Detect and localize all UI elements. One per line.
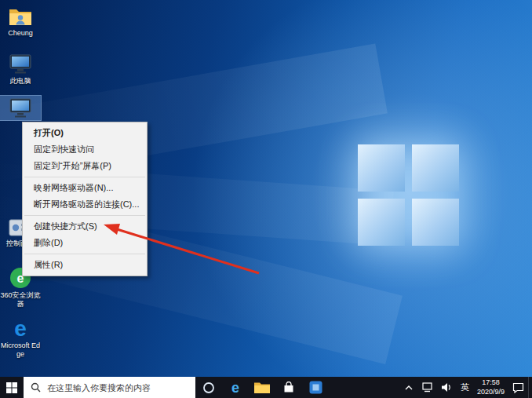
system-tray: 英 17:58 2020/9/9	[400, 377, 532, 398]
desktop-icon-label: 此电脑	[0, 77, 41, 86]
search-icon	[31, 382, 41, 393]
menu-item-delete[interactable]: 删除(D)	[23, 235, 147, 251]
svg-text:e: e	[14, 317, 27, 339]
windows-logo-pane	[358, 144, 405, 192]
volume-icon	[441, 382, 453, 393]
desktop-icon-this-pc[interactable]: 此电脑	[0, 52, 41, 86]
tray-chevron-button[interactable]	[400, 377, 417, 398]
windows-start-icon	[6, 382, 17, 393]
ime-indicator[interactable]: 英	[457, 377, 473, 398]
store-icon	[282, 382, 295, 394]
taskbar-blue-app-button[interactable]	[302, 377, 329, 398]
edge-desktop-icon: e	[0, 316, 41, 341]
menu-item-open[interactable]: 打开(O)	[23, 125, 147, 141]
menu-item-create-shortcut[interactable]: 创建快捷方式(S)	[23, 218, 147, 235]
svg-text:e: e	[231, 380, 239, 396]
menu-separator	[24, 254, 145, 254]
menu-separator	[24, 215, 145, 216]
show-desktop-button[interactable]	[528, 377, 532, 398]
blue-app-icon	[309, 381, 322, 394]
desktop-icon-selected-computer[interactable]	[0, 96, 41, 121]
search-input[interactable]	[46, 382, 190, 393]
context-menu: 打开(O) 固定到快速访问 固定到“开始”屏幕(P) 映射网络驱动器(N)...…	[22, 122, 148, 276]
taskbar-store-button[interactable]	[275, 377, 302, 398]
desktop-icon-label: Microsoft Edge	[0, 341, 41, 358]
menu-item-map-network-drive[interactable]: 映射网络驱动器(N)...	[23, 180, 147, 196]
windows-logo-pane	[412, 144, 459, 192]
tray-volume-button[interactable]	[437, 377, 457, 398]
user-folder-icon	[0, 5, 41, 28]
file-explorer-icon	[254, 382, 270, 394]
desktop-icon-microsoft-edge[interactable]: e Microsoft Edge	[0, 316, 41, 358]
clock-time: 17:58	[482, 378, 500, 387]
desktop-icon-label: 360安全浏览器	[0, 291, 41, 308]
edge-icon: e	[228, 380, 243, 396]
windows-logo-wallpaper	[358, 144, 459, 246]
desktop-icon-user-folder[interactable]: Cheung	[0, 5, 41, 38]
tray-network-button[interactable]	[417, 377, 437, 398]
menu-separator	[24, 177, 145, 177]
action-center-icon	[512, 382, 524, 393]
windows-logo-pane	[412, 199, 459, 246]
taskbar-file-explorer-button[interactable]	[249, 377, 275, 398]
action-center-button[interactable]	[508, 377, 528, 398]
desktop-icon-label: Cheung	[0, 29, 41, 38]
clock-date: 2020/9/9	[477, 388, 505, 396]
ethernet-icon	[421, 382, 433, 393]
menu-item-properties[interactable]: 属性(R)	[23, 257, 147, 273]
cortana-icon	[202, 382, 215, 394]
menu-item-disconnect-network-drive[interactable]: 断开网络驱动器的连接(C)...	[23, 196, 147, 213]
menu-item-pin-to-start[interactable]: 固定到“开始”屏幕(P)	[23, 158, 147, 174]
start-button[interactable]	[0, 377, 24, 398]
windows-logo-pane	[358, 199, 405, 246]
taskbar: e	[0, 377, 532, 398]
chevron-up-icon	[404, 385, 414, 391]
menu-item-pin-to-quick-access[interactable]: 固定到快速访问	[23, 141, 147, 158]
taskbar-edge-button[interactable]: e	[222, 377, 249, 398]
cortana-button[interactable]	[195, 377, 222, 398]
this-pc-icon	[0, 52, 41, 76]
taskbar-clock[interactable]: 17:58 2020/9/9	[473, 377, 508, 398]
taskbar-search-box[interactable]	[24, 377, 195, 398]
selected-computer-icon	[0, 96, 41, 120]
